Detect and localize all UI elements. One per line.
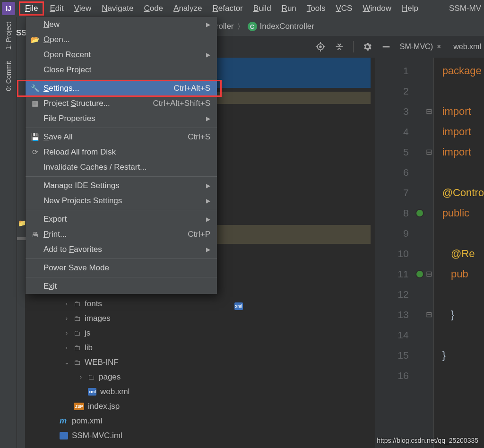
- spring-bean-icon[interactable]: [415, 270, 424, 278]
- close-tab-icon[interactable]: ×: [437, 43, 441, 51]
- tree-row-web-inf[interactable]: ⌄🗀WEB-INF: [49, 355, 191, 370]
- code-line[interactable]: [442, 325, 484, 345]
- fold-icon[interactable]: ⊟: [426, 149, 432, 155]
- line-number: 3⊟: [375, 101, 433, 121]
- fold-icon[interactable]: ⊟: [426, 108, 432, 115]
- file-menu-file-properties[interactable]: File Properties▶: [26, 111, 217, 126]
- menu-code[interactable]: Code: [139, 2, 168, 15]
- maven-icon: m: [60, 416, 68, 426]
- file-menu-open[interactable]: 📂Open...: [26, 32, 217, 47]
- code-line[interactable]: }: [442, 345, 484, 365]
- file-menu-project-structure[interactable]: ▦Project Structure...Ctrl+Alt+Shift+S: [26, 96, 217, 111]
- submenu-arrow-icon: ▶: [206, 52, 210, 58]
- target-icon[interactable]: [315, 42, 326, 52]
- collapse-icon[interactable]: [334, 42, 345, 52]
- code-line[interactable]: [442, 223, 484, 243]
- breadcrumb-separator-icon: 〉: [237, 21, 245, 32]
- gear-icon[interactable]: [362, 42, 372, 52]
- menu-file[interactable]: File: [19, 1, 44, 16]
- code-line[interactable]: }: [442, 304, 484, 325]
- menu-window[interactable]: Window: [358, 2, 396, 15]
- tree-row-index-jsp[interactable]: JSPindex.jsp: [49, 399, 191, 414]
- tool-window-bar: 1: Project 0: Commit: [0, 17, 17, 448]
- submenu-arrow-icon: ▶: [206, 216, 210, 223]
- code-line[interactable]: [442, 284, 484, 304]
- file-menu-exit[interactable]: Exit: [26, 279, 217, 294]
- editor-tab-2[interactable]: xml web.xml: [453, 43, 481, 51]
- menu-item-label: Reload All from Disk: [43, 147, 116, 157]
- chevron-icon: ›: [78, 373, 84, 380]
- menu-view[interactable]: View: [69, 2, 96, 15]
- line-number: 4: [375, 121, 433, 142]
- chevron-icon: ›: [63, 300, 70, 307]
- folder-icon: 🗀: [74, 358, 81, 366]
- file-menu-settings[interactable]: 🔧Settings...Ctrl+Alt+S: [26, 81, 217, 96]
- file-menu-new[interactable]: New▶: [26, 17, 217, 32]
- shortcut-text: Ctrl+Alt+Shift+S: [153, 99, 210, 108]
- code-line[interactable]: import: [442, 101, 484, 121]
- menu-tools[interactable]: Tools: [302, 2, 330, 15]
- menu-analyze[interactable]: Analyze: [169, 2, 207, 15]
- tree-row-pom-xml[interactable]: mpom.xml: [49, 414, 191, 428]
- menu-build[interactable]: Build: [249, 2, 276, 15]
- menu-item-label: Open...: [43, 35, 70, 44]
- menu-run[interactable]: Run: [277, 2, 301, 15]
- spring-bean-icon[interactable]: [415, 209, 424, 217]
- file-menu-invalidate-caches-restart[interactable]: Invalidate Caches / Restart...: [26, 160, 217, 175]
- fold-icon[interactable]: ⊟: [426, 271, 432, 277]
- tree-row-ssm-mvc-iml[interactable]: SSM-MVC.iml: [49, 428, 191, 443]
- menu-refactor[interactable]: Refactor: [208, 2, 248, 15]
- code-line[interactable]: [442, 365, 484, 386]
- code-line[interactable]: public: [442, 203, 484, 223]
- code-line[interactable]: import: [442, 142, 484, 162]
- menu-edit[interactable]: Edit: [45, 2, 68, 15]
- tree-label: web.xml: [100, 387, 130, 396]
- line-number: 6: [375, 162, 433, 182]
- menu-navigate[interactable]: Navigate: [97, 2, 138, 15]
- tab-project[interactable]: 1: Project: [5, 22, 12, 50]
- tree-row-fonts[interactable]: ›🗀fonts: [49, 296, 191, 311]
- code-editor[interactable]: 123⊟45⊟67891011⊟1213⊟141516 packageimpor…: [375, 58, 484, 448]
- file-menu-power-save-mode[interactable]: Power Save Mode: [26, 260, 217, 276]
- file-menu-save-all[interactable]: 💾Save AllCtrl+S: [26, 129, 217, 145]
- code-line[interactable]: import: [442, 121, 484, 142]
- line-number: 2: [375, 81, 433, 101]
- tree-row-js[interactable]: ›🗀js: [49, 326, 191, 340]
- tree-row-images[interactable]: ›🗀images: [49, 311, 191, 326]
- file-menu-open-recent[interactable]: Open Recent▶: [26, 47, 217, 62]
- code-line[interactable]: [442, 81, 484, 101]
- code-line[interactable]: @Contro: [442, 182, 484, 203]
- code-line[interactable]: pub: [442, 264, 484, 284]
- code-text[interactable]: packageimport import import @Contropubli…: [442, 58, 484, 448]
- folder-icon: 🗀: [74, 329, 81, 337]
- fold-icon[interactable]: ⊟: [426, 311, 432, 318]
- tree-row-lib[interactable]: ›🗀lib: [49, 340, 191, 355]
- code-line[interactable]: package: [442, 60, 484, 81]
- minimize-icon[interactable]: [381, 42, 391, 52]
- tree-label: pages: [99, 372, 121, 382]
- breadcrumb-class[interactable]: IndexController: [260, 22, 314, 31]
- tab-commit[interactable]: 0: Commit: [5, 61, 12, 91]
- tree-label: pom.xml: [72, 416, 102, 426]
- editor-tab-1[interactable]: SM-MVC): [400, 43, 433, 51]
- menu-vcs[interactable]: VCS: [331, 2, 357, 15]
- line-number: 13⊟: [375, 304, 433, 325]
- submenu-arrow-icon: ▶: [206, 198, 210, 204]
- file-menu-export[interactable]: Export▶: [26, 212, 217, 227]
- tree-row-pages[interactable]: ›🗀pages: [49, 370, 191, 384]
- line-number: 7: [375, 182, 433, 203]
- iml-file-icon: [60, 432, 68, 439]
- file-menu-new-projects-settings[interactable]: New Projects Settings▶: [26, 193, 217, 208]
- tree-label: SSM-MVC.iml: [72, 431, 122, 440]
- menu-help[interactable]: Help: [397, 2, 423, 15]
- file-menu-print[interactable]: 🖶Print...Ctrl+P: [26, 227, 217, 242]
- file-menu-add-to-favorites[interactable]: Add to Favorites▶: [26, 242, 217, 257]
- code-line[interactable]: @Re: [442, 243, 484, 264]
- shortcut-text: Ctrl+S: [188, 132, 210, 142]
- file-menu-close-project[interactable]: Close Project: [26, 62, 217, 78]
- line-number: 15: [375, 345, 433, 365]
- file-menu-manage-ide-settings[interactable]: Manage IDE Settings▶: [26, 178, 217, 193]
- tree-row-web-xml[interactable]: xmlweb.xml: [49, 384, 191, 399]
- file-menu-reload-all-from-disk[interactable]: ⟳Reload All from Disk: [26, 145, 217, 160]
- code-line[interactable]: [442, 162, 484, 182]
